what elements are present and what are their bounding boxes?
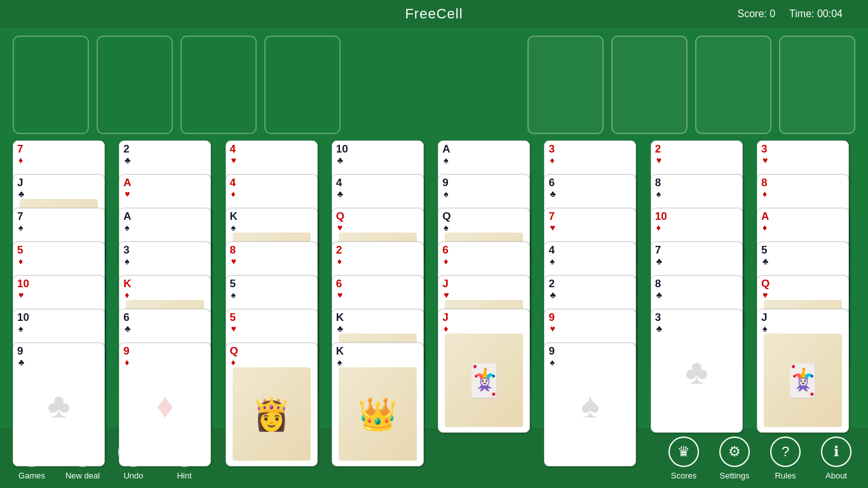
card[interactable]: 9♦♦: [119, 342, 211, 466]
column-1[interactable]: 7♦♦ J♣🃏 7♠♠ 5♦♦ 10♥♥ 10♠♠ 9♣♣: [13, 140, 111, 466]
foundation-3[interactable]: [695, 36, 771, 134]
score-time-display: Score: 0 Time: 00:04: [738, 8, 843, 20]
new-deal-label: New deal: [65, 471, 100, 480]
foundation-2[interactable]: [611, 36, 688, 134]
column-3[interactable]: 4♥♥ 4♦♦ K♠👑 8♥♥ 5♠♠ 5♥♥ Q♦👸: [226, 140, 324, 466]
card[interactable]: J♦🃏: [438, 309, 530, 433]
card[interactable]: Q♦👸: [226, 342, 318, 466]
time-value: 00:04: [817, 8, 843, 19]
card[interactable]: 9♠♠: [544, 342, 636, 466]
scores-label: Scores: [671, 471, 696, 480]
top-row: [13, 36, 855, 134]
card[interactable]: 9♣♣: [13, 342, 105, 466]
games-label: Games: [18, 471, 45, 480]
game-area: 7♦♦ J♣🃏 7♠♠ 5♦♦ 10♥♥ 10♠♠ 9♣♣ 2♣♣ A♥♥ A♠…: [0, 28, 868, 428]
card[interactable]: J♠🃏: [757, 309, 849, 433]
column-2[interactable]: 2♣♣ A♥♥ A♠♠ 3♠♠ K♦👑 6♣♣ 9♦♦: [119, 140, 217, 466]
freecell-slots: [13, 36, 341, 134]
time-label: Time:: [789, 8, 814, 19]
card[interactable]: 3♣♣: [651, 309, 743, 433]
column-4[interactable]: 10♣♣ 4♣♣ Q♥👸 2♦♦ 6♥♥ K♣👑 K♠👑: [332, 140, 430, 466]
freecell-2[interactable]: [97, 36, 173, 134]
column-8[interactable]: 3♥♥ 8♦♦ A♦♦ 5♣♣ Q♥👸 J♠🃏: [757, 140, 855, 466]
score-value: 0: [770, 8, 775, 19]
about-label: About: [825, 471, 847, 480]
rules-label: Rules: [775, 471, 796, 480]
game-title: FreeCell: [405, 6, 463, 22]
column-6[interactable]: 3♦♦ 6♣♣ 7♥♥ 4♠♠ 2♣♣ 9♥♥ 9♠♠: [544, 140, 642, 466]
freecell-3[interactable]: [180, 36, 257, 134]
freecell-4[interactable]: [264, 36, 341, 134]
column-5[interactable]: A♠♠ 9♠♠ Q♠👸 6♦♦ J♥🃏 J♦🃏: [438, 140, 536, 466]
card[interactable]: K♠👑: [332, 342, 424, 466]
column-7[interactable]: 2♥♥ 8♠♠ 10♦♦ 7♣♣ 8♣♣ 3♣♣: [651, 140, 749, 466]
score-label: Score:: [738, 8, 767, 19]
hint-label: Hint: [177, 471, 191, 480]
freecell-1[interactable]: [13, 36, 89, 134]
header: FreeCell Score: 0 Time: 00:04: [0, 0, 868, 28]
undo-label: Undo: [123, 471, 143, 480]
card-columns: 7♦♦ J♣🃏 7♠♠ 5♦♦ 10♥♥ 10♠♠ 9♣♣ 2♣♣ A♥♥ A♠…: [13, 140, 855, 466]
foundation-1[interactable]: [527, 36, 604, 134]
foundation-4[interactable]: [779, 36, 855, 134]
foundation-slots: [527, 36, 855, 134]
settings-label: Settings: [720, 471, 750, 480]
